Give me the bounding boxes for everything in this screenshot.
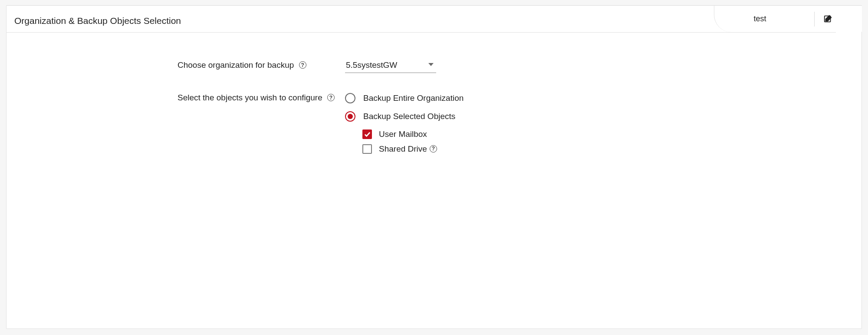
radio-label: Backup Selected Objects	[363, 112, 455, 121]
tab-divider	[814, 12, 815, 27]
radio-backup-selected-objects[interactable]: Backup Selected Objects	[345, 111, 464, 122]
radio-icon	[345, 111, 355, 122]
help-icon[interactable]: ?	[299, 61, 306, 69]
checkbox-label: User Mailbox	[379, 129, 427, 139]
panel-header: Organization & Backup Objects Selection …	[7, 6, 861, 33]
radio-icon	[345, 93, 355, 103]
help-icon[interactable]: ?	[327, 94, 335, 101]
help-icon[interactable]: ?	[430, 145, 437, 153]
checkbox-user-mailbox[interactable]: User Mailbox	[362, 129, 464, 139]
checkbox-icon	[362, 144, 372, 154]
header-tab: test	[714, 5, 848, 32]
objects-label: Select the objects you wish to configure…	[7, 93, 345, 103]
chevron-down-icon	[428, 63, 434, 66]
tab-label: test	[714, 14, 806, 23]
checkbox-icon	[362, 129, 372, 139]
panel: Organization & Backup Objects Selection …	[6, 5, 862, 329]
checkbox-shared-drive[interactable]: Shared Drive ?	[362, 144, 464, 154]
org-label: Choose organization for backup ?	[7, 60, 345, 70]
radio-backup-entire-org[interactable]: Backup Entire Organization	[345, 93, 464, 103]
organization-selected: 5.5systestGW	[346, 60, 397, 70]
page-title: Organization & Backup Objects Selection	[14, 16, 181, 26]
radio-label: Backup Entire Organization	[363, 93, 464, 103]
edit-icon[interactable]	[823, 14, 833, 24]
checkbox-label: Shared Drive	[379, 144, 427, 154]
organization-dropdown[interactable]: 5.5systestGW	[345, 60, 436, 73]
